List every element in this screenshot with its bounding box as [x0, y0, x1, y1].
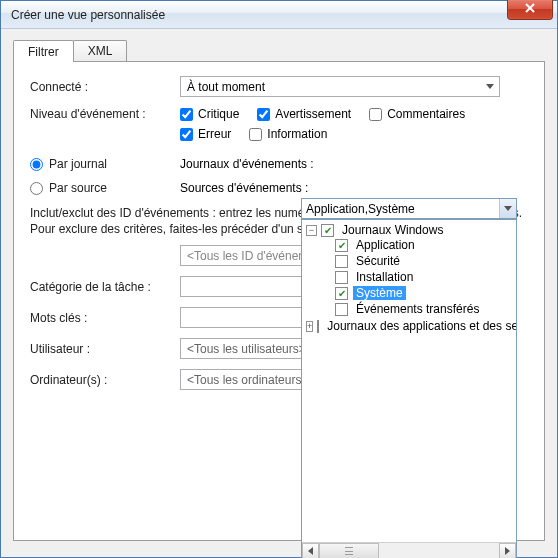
checkbox-warning[interactable]: Avertissement: [257, 107, 351, 121]
information-input[interactable]: [249, 128, 262, 141]
tree-node-application[interactable]: Application: [320, 238, 516, 252]
tree-node-installation[interactable]: Installation: [320, 270, 516, 284]
tab-xml[interactable]: XML: [73, 40, 128, 61]
tree-node-system[interactable]: Système: [320, 286, 516, 300]
user-value: <Tous les utilisateurs>: [187, 342, 306, 356]
critical-label: Critique: [198, 107, 239, 121]
checkbox-icon[interactable]: [317, 320, 319, 333]
tree-label: Système: [353, 286, 406, 300]
error-input[interactable]: [180, 128, 193, 141]
dialog-content: Filtrer XML Connecté : À tout moment Niv…: [1, 29, 557, 557]
checkbox-icon[interactable]: [321, 224, 334, 237]
warning-label: Avertissement: [275, 107, 351, 121]
label-computers: Ordinateur(s) :: [30, 373, 180, 387]
chevron-down-icon: [482, 79, 497, 94]
critical-input[interactable]: [180, 108, 193, 121]
tree-node-security[interactable]: Sécurité: [320, 254, 516, 268]
connected-value: À tout moment: [187, 80, 482, 94]
tree-node-windows-journals[interactable]: − Journaux Windows: [306, 223, 516, 237]
comments-label: Commentaires: [387, 107, 465, 121]
checkbox-critical[interactable]: Critique: [180, 107, 239, 121]
close-icon: [525, 3, 535, 13]
radio-by-source[interactable]: Par source: [30, 181, 180, 195]
label-keywords: Mots clés :: [30, 311, 180, 325]
tree-label: Installation: [353, 270, 416, 284]
radio-by-journal[interactable]: Par journal: [30, 157, 180, 171]
tree-label: Journaux des applications et des service…: [324, 319, 516, 333]
label-event-journals: Journaux d'événements :: [180, 157, 528, 171]
label-event-level: Niveau d'événement :: [30, 107, 180, 121]
scroll-right-button[interactable]: [499, 543, 516, 559]
checkbox-icon[interactable]: [335, 303, 348, 316]
checkbox-icon[interactable]: [335, 255, 348, 268]
tree-label: Événements transférés: [353, 302, 482, 316]
event-journals-dropdown: − Journaux Windows Application: [301, 219, 517, 558]
by-source-label: Par source: [49, 181, 107, 195]
label-event-sources: Sources d'événements :: [180, 181, 528, 195]
checkbox-error[interactable]: Erreur: [180, 127, 231, 141]
checkbox-comments[interactable]: Commentaires: [369, 107, 465, 121]
event-journals-combo[interactable]: Application,Système: [301, 198, 517, 219]
arrow-left-icon: [308, 547, 313, 555]
dialog-window: Créer une vue personnalisée Filtrer XML …: [0, 0, 558, 558]
warning-input[interactable]: [257, 108, 270, 121]
tree-label: Application: [353, 238, 418, 252]
error-label: Erreur: [198, 127, 231, 141]
by-journal-label: Par journal: [49, 157, 107, 171]
label-task-category: Catégorie de la tâche :: [30, 280, 180, 294]
journals-tree[interactable]: − Journaux Windows Application: [302, 220, 516, 542]
horizontal-scrollbar[interactable]: [302, 542, 516, 558]
collapse-icon[interactable]: −: [306, 225, 317, 236]
tabstrip: Filtrer XML: [13, 39, 545, 61]
label-user: Utilisateur :: [30, 342, 180, 356]
window-title: Créer une vue personnalisée: [11, 8, 165, 22]
scroll-thumb[interactable]: [319, 543, 379, 559]
tree-node-app-journals[interactable]: + Journaux des applications et des servi…: [306, 319, 516, 333]
information-label: Information: [267, 127, 327, 141]
close-button[interactable]: [507, 0, 553, 20]
tree-label: Journaux Windows: [339, 223, 446, 237]
scroll-track[interactable]: [319, 543, 499, 559]
by-journal-input[interactable]: [30, 158, 43, 171]
chevron-down-icon: [499, 199, 516, 218]
connected-combo[interactable]: À tout moment: [180, 76, 500, 97]
titlebar: Créer une vue personnalisée: [1, 1, 557, 29]
checkbox-icon[interactable]: [335, 271, 348, 284]
computers-value: <Tous les ordinateurs>: [187, 373, 308, 387]
tab-filter[interactable]: Filtrer: [13, 40, 74, 62]
checkbox-icon[interactable]: [335, 287, 348, 300]
label-connected: Connecté :: [30, 80, 180, 94]
grip-icon: [345, 547, 353, 555]
expand-icon[interactable]: +: [306, 321, 313, 332]
comments-input[interactable]: [369, 108, 382, 121]
scroll-left-button[interactable]: [302, 543, 319, 559]
checkbox-icon[interactable]: [335, 239, 348, 252]
arrow-right-icon: [505, 547, 510, 555]
tree-node-forwarded[interactable]: Événements transférés: [320, 302, 516, 316]
tree-label: Sécurité: [353, 254, 403, 268]
by-source-input[interactable]: [30, 182, 43, 195]
event-journals-value: Application,Système: [306, 202, 499, 216]
checkbox-information[interactable]: Information: [249, 127, 327, 141]
